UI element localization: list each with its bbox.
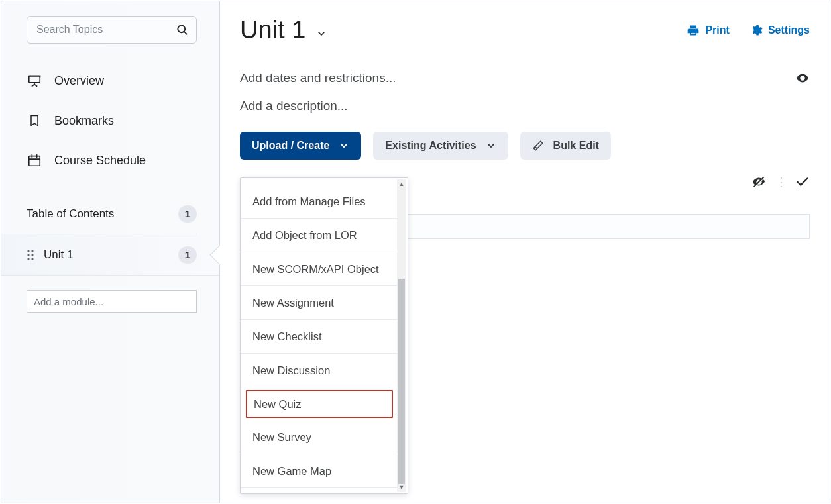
search-wrap: [27, 16, 197, 44]
page-title[interactable]: Unit 1: [240, 16, 305, 44]
scroll-down-icon[interactable]: ▼: [397, 483, 406, 492]
existing-activities-label: Existing Activities: [385, 140, 476, 152]
sidebar-item-bookmarks[interactable]: Bookmarks: [27, 101, 197, 140]
content-toolbar: Upload / Create Existing Activities Bulk…: [240, 132, 810, 160]
main-content: Unit 1 Print Settings: [220, 1, 830, 503]
sidebar-nav: Overview Bookmarks Course Schedule: [27, 61, 197, 180]
svg-point-13: [27, 254, 29, 256]
search-input[interactable]: [27, 16, 197, 44]
add-module-input[interactable]: [27, 290, 197, 313]
svg-rect-2: [29, 76, 40, 83]
toc-label: Table of Contents: [27, 207, 114, 221]
bulk-edit-label: Bulk Edit: [553, 140, 599, 152]
sidebar: Overview Bookmarks Course Schedule Table…: [1, 1, 220, 503]
toc-count-badge: 1: [178, 205, 197, 223]
sidebar-item-schedule[interactable]: Course Schedule: [27, 140, 197, 180]
svg-point-14: [31, 254, 33, 256]
dropdown-item[interactable]: Add from Manage Files: [241, 185, 397, 219]
module-label: Unit 1: [44, 248, 73, 262]
svg-line-1: [184, 32, 187, 34]
svg-line-6: [34, 85, 37, 87]
dropdown-item[interactable]: New Survey: [241, 421, 397, 454]
svg-point-12: [31, 250, 33, 252]
bulk-edit-button[interactable]: Bulk Edit: [520, 132, 611, 160]
sidebar-item-label: Course Schedule: [54, 154, 146, 168]
dropdown-item[interactable]: New Checklist: [241, 320, 397, 354]
meta-rows: Add dates and restrictions... Add a desc…: [240, 71, 810, 113]
visibility-icon[interactable]: [795, 71, 810, 85]
calendar-icon: [27, 153, 42, 168]
add-module-wrap: [27, 290, 197, 313]
header-actions: Print Settings: [687, 24, 810, 37]
gear-icon: [749, 24, 763, 37]
module-count-badge: 1: [178, 246, 197, 264]
upload-create-button[interactable]: Upload / Create: [240, 132, 361, 160]
add-description-link[interactable]: Add a description...: [240, 99, 348, 113]
dropdown-item[interactable]: Add Object from LOR: [241, 219, 397, 252]
upload-create-dropdown: Add from Manage FilesAdd Object from LOR…: [240, 177, 408, 494]
sidebar-item-label: Overview: [54, 74, 104, 88]
app-frame: Overview Bookmarks Course Schedule Table…: [1, 1, 830, 503]
dropdown-item[interactable]: New Discussion: [241, 354, 397, 387]
scroll-up-icon[interactable]: ▲: [397, 179, 406, 189]
add-dates-link[interactable]: Add dates and restrictions...: [240, 71, 396, 85]
svg-point-16: [31, 258, 33, 260]
upload-create-label: Upload / Create: [252, 140, 329, 152]
bookmark-icon: [27, 113, 42, 128]
dropdown-list: Add from Manage FilesAdd Object from LOR…: [241, 185, 397, 488]
hidden-icon[interactable]: [751, 175, 766, 189]
scroll-thumb[interactable]: [398, 279, 405, 484]
svg-point-15: [27, 258, 29, 260]
sidebar-toc[interactable]: Table of Contents 1: [27, 193, 197, 234]
dropdown-item[interactable]: New SCORM/xAPI Object: [241, 252, 397, 286]
presentation-icon: [27, 74, 42, 88]
existing-activities-button[interactable]: Existing Activities: [373, 132, 508, 160]
svg-rect-7: [29, 156, 40, 166]
print-icon: [687, 24, 700, 37]
dropdown-item[interactable]: New Assignment: [241, 286, 397, 320]
meta-dates-row: Add dates and restrictions...: [240, 71, 810, 85]
edit-icon: [532, 140, 544, 152]
dropdown-scrollbar[interactable]: ▲ ▼: [397, 179, 406, 492]
meta-description-row: Add a description...: [240, 99, 810, 113]
drag-handle-icon[interactable]: [27, 249, 34, 261]
search-icon[interactable]: [176, 23, 189, 36]
sidebar-item-label: Bookmarks: [54, 114, 114, 128]
more-options-icon[interactable]: ⋮: [775, 175, 786, 189]
chevron-down-icon[interactable]: [316, 28, 327, 39]
chevron-down-icon: [486, 140, 496, 151]
chevron-down-icon: [339, 140, 349, 151]
sidebar-module-unit-1[interactable]: Unit 1 1: [1, 234, 219, 276]
checkmark-icon[interactable]: [795, 175, 810, 189]
svg-point-11: [27, 250, 29, 252]
settings-button[interactable]: Settings: [749, 24, 810, 37]
dropdown-item[interactable]: New Game Map: [241, 454, 397, 488]
dropdown-item[interactable]: New Quiz: [246, 390, 393, 418]
title-wrap: Unit 1: [240, 16, 327, 44]
sidebar-item-overview[interactable]: Overview: [27, 61, 197, 101]
settings-label: Settings: [768, 25, 810, 36]
print-label: Print: [705, 25, 729, 36]
main-header: Unit 1 Print Settings: [240, 16, 810, 44]
print-button[interactable]: Print: [687, 24, 729, 37]
